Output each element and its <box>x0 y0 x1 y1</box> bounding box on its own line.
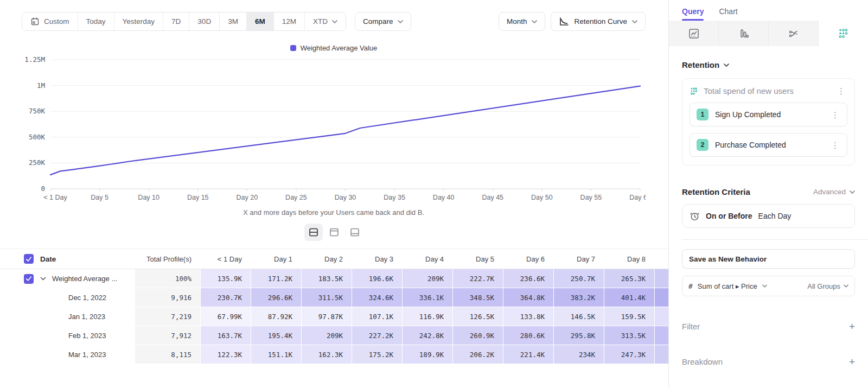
date-range-yesterday[interactable]: Yesterday <box>114 12 164 30</box>
criteria-condition-card[interactable]: On or Before Each Day <box>682 204 855 228</box>
date-range-7d[interactable]: 7D <box>163 12 189 30</box>
heatmap-cell: 364.8K <box>503 288 553 307</box>
alarm-clock-icon <box>690 211 700 221</box>
behavior-step-1[interactable]: 1 Sign Up Completed ⋮ <box>690 103 847 126</box>
date-range-label: 30D <box>197 17 211 26</box>
heatmap-cell: 151.1K <box>251 345 301 364</box>
heatmap-cell: 209K <box>301 326 352 345</box>
row-date-label: Weighted Average ... <box>52 269 135 288</box>
table-row: Feb 1, 20237,912163.7K195.4K209K227.2K24… <box>0 326 668 345</box>
retention-icon <box>690 87 698 96</box>
date-range-label: Today <box>86 17 106 26</box>
svg-text:Day 40: Day 40 <box>433 194 455 201</box>
behavior-card: Total spend of new users ⋮ 1 Sign Up Com… <box>682 78 855 166</box>
date-range-label: 6M <box>255 17 265 26</box>
add-breakdown-button[interactable]: + <box>849 357 855 367</box>
heatmap-cell: 401.4K <box>604 288 654 307</box>
compare-button[interactable]: Compare <box>355 12 412 31</box>
heatmap-cell: 189.9K <box>402 345 452 364</box>
row-checkbox[interactable] <box>24 254 34 264</box>
date-range-xtd[interactable]: XTD <box>305 12 346 30</box>
column-header-day: < 1 Day <box>200 255 251 263</box>
toolbar-left-group: CustomTodayYesterday7D30D3M6M12MXTD Comp… <box>22 12 411 31</box>
chart-top-view-toggle[interactable] <box>325 224 343 241</box>
row-checkbox-cell <box>24 269 40 288</box>
date-range-label: Yesterday <box>123 17 155 26</box>
heatmap-cell: 107.1K <box>352 307 402 326</box>
chart-type-button[interactable]: Retention Curve <box>551 12 646 31</box>
chevron-down-icon <box>724 63 729 67</box>
retention-curve-icon <box>559 17 569 27</box>
date-range-label: 7D <box>171 17 181 26</box>
heatmap-cell: 183.5K <box>301 269 352 288</box>
svg-text:Day 10: Day 10 <box>138 194 159 201</box>
all-groups-dropdown[interactable]: All Groups <box>807 282 848 290</box>
chevron-down-icon <box>532 20 537 23</box>
date-range-label: 12M <box>282 17 296 26</box>
heatmap-cell: 250.7K <box>553 269 604 288</box>
row-total-profiles: 7,912 <box>135 326 200 345</box>
retention-section-dropdown[interactable]: Retention <box>682 60 855 69</box>
save-as-new-behavior-button[interactable]: Save as New Behavior <box>682 249 855 269</box>
heatmap-cell: 336.1K <box>402 288 452 307</box>
granularity-button[interactable]: Month <box>499 12 546 31</box>
column-header-day: Day 6 <box>503 255 553 263</box>
funnels-icon[interactable] <box>719 21 769 46</box>
filter-row: Filter + <box>682 321 855 332</box>
behavior-title: Total spend of new users <box>704 86 829 96</box>
row-date-label: Feb 1, 2023 <box>40 326 135 345</box>
date-range-6m[interactable]: 6M <box>247 12 274 30</box>
measure-label: Sum of cart ▸ Price <box>698 282 757 290</box>
heatmap-overflow-cell <box>654 307 668 326</box>
heatmap-cell: 234K <box>553 345 604 364</box>
date-range-30d[interactable]: 30D <box>189 12 220 30</box>
insights-icon[interactable] <box>669 21 719 46</box>
spacer <box>0 345 24 364</box>
heatmap-cell: 296.6K <box>251 288 301 307</box>
date-range-3m[interactable]: 3M <box>220 12 247 30</box>
advanced-dropdown[interactable]: Advanced <box>813 188 855 196</box>
behavior-step-2[interactable]: 2 Purchase Completed ⋮ <box>690 133 847 157</box>
heatmap-cell: 280.6K <box>503 326 553 345</box>
date-range-label: Custom <box>44 17 69 26</box>
criteria-window: Each Day <box>758 212 792 220</box>
kebab-menu-icon[interactable]: ⋮ <box>829 140 841 150</box>
column-header-day: Day 3 <box>352 255 402 263</box>
heatmap-cell: 311.5K <box>301 288 352 307</box>
svg-text:250K: 250K <box>29 158 46 167</box>
chevron-down-icon <box>632 20 637 23</box>
flows-icon[interactable] <box>769 21 819 46</box>
behavior-card-header: Total spend of new users ⋮ <box>690 86 847 96</box>
kebab-menu-icon[interactable]: ⋮ <box>835 86 847 96</box>
chart-canvas[interactable]: 0250K500K750K1M1.25M< 1 DayDay 5Day 10Da… <box>22 54 646 207</box>
retention-criteria-header: Retention Criteria Advanced <box>682 187 855 196</box>
date-range-label: XTD <box>313 17 328 26</box>
column-header-day: Day 8 <box>604 255 654 263</box>
heatmap-cell: 87.92K <box>251 307 301 326</box>
tab-chart[interactable]: Chart <box>719 7 737 21</box>
heatmap-overflow-cell <box>654 269 668 288</box>
kebab-menu-icon[interactable]: ⋮ <box>829 110 841 120</box>
heatmap-cell: 348.5K <box>452 288 503 307</box>
chevron-down-icon <box>332 20 337 23</box>
chart-legend[interactable]: Weighted Average Value <box>22 44 646 52</box>
row-expand-chevron[interactable] <box>40 269 52 288</box>
measure-card[interactable]: # Sum of cart ▸ Price All Groups <box>682 276 855 296</box>
step-number-badge: 1 <box>697 109 709 120</box>
chart-type-label: Retention Curve <box>574 17 627 26</box>
split-view-toggle[interactable] <box>304 224 323 241</box>
table-bottom-view-toggle[interactable] <box>346 224 364 241</box>
row-total-profiles: 9,916 <box>135 288 200 307</box>
date-range-today[interactable]: Today <box>78 12 114 30</box>
tab-query[interactable]: Query <box>682 7 704 21</box>
date-range-12m[interactable]: 12M <box>274 12 305 30</box>
date-range-custom[interactable]: Custom <box>22 12 78 30</box>
heatmap-cell: 242.8K <box>402 326 452 345</box>
row-checkbox[interactable] <box>24 274 34 284</box>
retention-icon[interactable] <box>819 21 868 46</box>
column-header-day: Day 4 <box>402 255 452 263</box>
svg-text:Day 30: Day 30 <box>335 194 356 201</box>
add-filter-button[interactable]: + <box>849 321 855 332</box>
date-range-segment: CustomTodayYesterday7D30D3M6M12MXTD <box>22 12 346 31</box>
chevron-down-icon <box>398 20 403 23</box>
